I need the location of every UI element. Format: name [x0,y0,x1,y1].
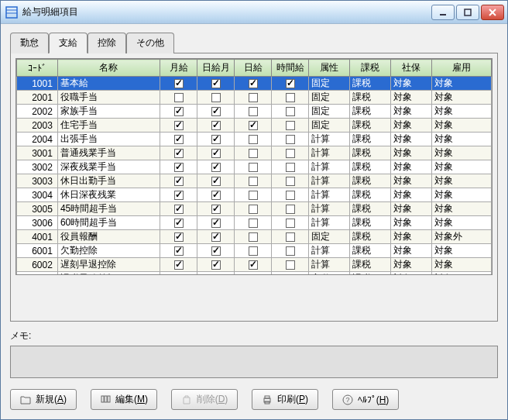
checkbox-cell[interactable] [197,105,235,119]
checkbox-cell[interactable] [160,244,197,258]
checkbox-cell[interactable] [235,216,272,230]
tab-deduction[interactable]: 控除 [88,33,126,53]
checkbox-cell[interactable] [272,216,309,230]
checkbox-cell[interactable] [235,119,272,133]
col-hourly[interactable]: 時間給 [272,60,309,77]
checkbox-cell[interactable] [235,160,272,174]
col-daily[interactable]: 日給 [235,60,272,77]
tab-payment[interactable]: 支給 [49,33,88,53]
checkbox-cell[interactable] [197,230,235,244]
checkbox-cell[interactable] [197,146,235,160]
checkbox-cell[interactable] [235,258,272,272]
table-row[interactable]: 2004出張手当計算課税対象対象 [17,133,492,146]
print-button[interactable]: 印刷(P) [252,389,318,410]
checkbox-cell[interactable] [272,91,309,105]
table-row[interactable]: 300545時間超手当計算課税対象対象 [17,202,492,216]
checkbox-cell[interactable] [272,146,309,160]
checkbox-cell[interactable] [272,174,309,188]
table-row[interactable]: 2001役職手当固定課税対象対象 [17,91,492,105]
checkbox-cell[interactable] [235,244,272,258]
table-row[interactable]: 2003住宅手当固定課税対象対象 [17,119,492,133]
checkbox-cell[interactable] [272,77,309,91]
checkbox-cell[interactable] [272,258,309,272]
help-button[interactable]: ? ﾍﾙﾌﾟ(H) [332,389,399,410]
checkbox-cell[interactable] [235,91,272,105]
checkbox-cell[interactable] [272,244,309,258]
checkbox-cell[interactable] [160,105,197,119]
checkbox-cell[interactable] [235,133,272,146]
table-row[interactable]: 6002遅刻早退控除計算課税対象対象 [17,258,492,272]
grid-scroll[interactable]: ｺｰﾄﾞ 名称 月給 日給月 日給 時間給 属性 課税 社保 雇用 [16,59,492,274]
new-button[interactable]: 新規(A) [10,389,77,410]
checkbox-cell[interactable] [272,105,309,119]
checkbox-cell[interactable] [235,188,272,202]
checkbox-cell[interactable] [272,188,309,202]
tab-other[interactable]: その他 [126,33,174,53]
table-row[interactable]: 6001欠勤控除計算課税対象対象 [17,244,492,258]
checkbox-cell[interactable] [197,160,235,174]
checkbox-cell[interactable] [272,119,309,133]
table-row[interactable]: 3002深夜残業手当計算課税対象対象 [17,160,492,174]
checkbox-cell[interactable] [160,272,197,275]
table-row[interactable]: 3003休日出勤手当計算課税対象対象 [17,174,492,188]
col-name[interactable]: 名称 [57,60,160,77]
checkbox-cell[interactable] [160,230,197,244]
checkbox-cell[interactable] [160,119,197,133]
checkbox-cell[interactable] [197,272,235,275]
col-dailymonthly[interactable]: 日給月 [197,60,235,77]
checkbox-cell[interactable] [197,133,235,146]
checkbox-cell[interactable] [235,272,272,275]
checkbox-cell[interactable] [272,230,309,244]
col-code[interactable]: ｺｰﾄﾞ [17,60,58,77]
col-attr[interactable]: 属性 [309,60,350,77]
checkbox-cell[interactable] [160,146,197,160]
checkbox-cell[interactable] [235,202,272,216]
checkbox-cell[interactable] [197,119,235,133]
checkbox-cell[interactable] [197,174,235,188]
table-row[interactable]: 1001基本給固定課税対象対象 [17,77,492,91]
delete-button[interactable]: 削除(D) [171,389,238,410]
checkbox-cell[interactable] [197,202,235,216]
checkbox-cell[interactable] [272,272,309,275]
checkbox-cell[interactable] [235,77,272,91]
col-social[interactable]: 社保 [391,60,432,77]
maximize-button[interactable] [456,5,479,20]
col-monthly[interactable]: 月給 [160,60,197,77]
close-button[interactable] [481,5,504,20]
table-row[interactable]: 3001普通残業手当計算課税対象対象 [17,146,492,160]
checkbox-cell[interactable] [272,202,309,216]
checkbox-cell[interactable] [197,77,235,91]
checkbox-cell[interactable] [272,160,309,174]
checkbox-cell[interactable] [160,202,197,216]
checkbox-cell[interactable] [160,91,197,105]
col-tax[interactable]: 課税 [350,60,391,77]
checkbox-cell[interactable] [160,174,197,188]
table-row[interactable]: 3004休日深夜残業計算課税対象対象 [17,188,492,202]
checkbox-cell[interactable] [160,216,197,230]
checkbox-cell[interactable] [235,230,272,244]
checkbox-cell[interactable] [160,188,197,202]
checkbox-cell[interactable] [160,160,197,174]
checkbox-cell[interactable] [197,216,235,230]
table-row[interactable]: 7001課税昇給差額変動課税対象対象 [17,272,492,275]
checkbox-icon [174,93,184,102]
checkbox-cell[interactable] [272,133,309,146]
memo-textarea[interactable] [10,346,498,378]
checkbox-cell[interactable] [235,146,272,160]
checkbox-cell[interactable] [197,244,235,258]
checkbox-cell[interactable] [197,188,235,202]
checkbox-cell[interactable] [197,91,235,105]
checkbox-cell[interactable] [160,258,197,272]
minimize-button[interactable] [431,5,455,20]
edit-button[interactable]: 編集(M) [91,389,157,410]
col-employment[interactable]: 雇用 [432,60,492,77]
table-row[interactable]: 4001役員報酬固定課税対象対象外 [17,230,492,244]
checkbox-cell[interactable] [235,174,272,188]
tab-attendance[interactable]: 勤怠 [10,33,49,53]
table-row[interactable]: 300660時間超手当計算課税対象対象 [17,216,492,230]
table-row[interactable]: 2002家族手当固定課税対象対象 [17,105,492,119]
checkbox-cell[interactable] [235,105,272,119]
checkbox-cell[interactable] [160,77,197,91]
checkbox-cell[interactable] [160,133,197,146]
checkbox-cell[interactable] [197,258,235,272]
